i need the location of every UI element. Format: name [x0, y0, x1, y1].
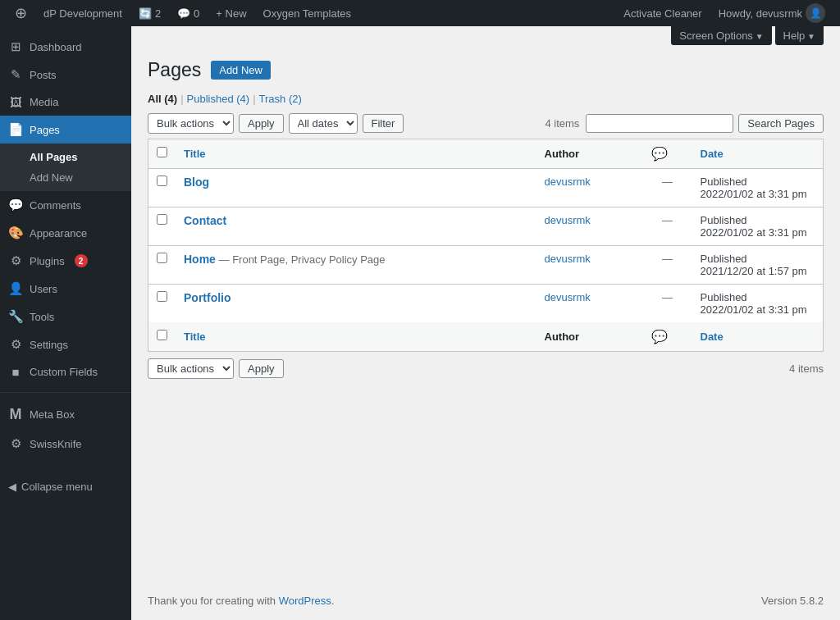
site-name: dP Development [43, 7, 122, 20]
sidebar-item-tools[interactable]: 🔧 Tools [0, 303, 131, 331]
page-title-area: Pages Add New [148, 58, 824, 83]
row-author-home: devusrmk [536, 245, 643, 284]
sidebar-item-plugins[interactable]: ⚙ Plugins 2 [0, 247, 131, 275]
filter-button[interactable]: Filter [363, 114, 404, 133]
pages-submenu: All Pages Add New [0, 144, 131, 191]
table-row: Portfolio devusrmk — Published 2022/01/0… [148, 284, 824, 322]
th-title-link[interactable]: Title [184, 148, 206, 160]
author-link-portfolio[interactable]: devusrmk [545, 291, 591, 303]
footer-left: Thank you for creating with WordPress. [148, 595, 334, 607]
table-footer-row: Title Author 💬 Date [148, 322, 824, 352]
row-select-contact[interactable] [157, 214, 167, 225]
table-row: Blog devusrmk — Published 2022/01/02 at … [148, 168, 824, 207]
row-title-home: Home — Front Page, Privacy Policy Page [176, 245, 536, 284]
sidebar-label-pages: Pages [30, 124, 60, 136]
sidebar-item-media[interactable]: 🖼 Media [0, 89, 131, 116]
search-pages-button[interactable]: Search Pages [738, 114, 824, 133]
filter-published[interactable]: Published (4) [187, 93, 250, 105]
th-date-link[interactable]: Date [701, 148, 724, 160]
row-checkbox-blog [148, 168, 176, 207]
comments-nav-icon: 💬 [8, 198, 23, 212]
collapse-menu-btn[interactable]: ◀ Collapse menu [0, 474, 131, 499]
collapse-icon: ◀ [8, 481, 16, 493]
screen-meta-links: Screen Options Help [671, 26, 824, 45]
row-select-home[interactable] [157, 253, 167, 263]
apply-button-bottom[interactable]: Apply [239, 359, 284, 378]
sidebar-item-meta-box[interactable]: M Meta Box [0, 399, 131, 430]
date-filter-select[interactable]: All dates [289, 113, 358, 134]
add-new-button[interactable]: Add New [211, 61, 271, 80]
row-checkbox-contact [148, 207, 176, 245]
activate-cleaner-item[interactable]: Activate Cleaner [617, 0, 708, 26]
author-link-contact[interactable]: devusrmk [545, 214, 591, 226]
help-btn[interactable]: Help [775, 26, 824, 45]
pages-table: Title Author 💬 Date [148, 139, 824, 352]
screen-options-btn[interactable]: Screen Options [671, 26, 771, 45]
pages-icon: 📄 [8, 122, 23, 137]
dashboard-icon: ⊞ [8, 39, 23, 54]
sidebar-item-settings[interactable]: ⚙ Settings [0, 331, 131, 358]
sidebar-label-plugins: Plugins [30, 255, 65, 267]
sidebar-item-custom-fields[interactable]: ■ Custom Fields [0, 358, 131, 385]
tfoot-comments: 💬 [643, 322, 692, 352]
sidebar-item-add-new[interactable]: Add New [0, 167, 131, 188]
sidebar-item-swiss-knife[interactable]: ⚙ SwissKnife [0, 430, 131, 458]
updates-item[interactable]: 🔄 2 [132, 0, 167, 26]
oxygen-item[interactable]: Oxygen Templates [257, 0, 358, 26]
comment-column-icon-footer: 💬 [651, 330, 668, 344]
row-select-portfolio[interactable] [157, 291, 167, 302]
sidebar-item-users[interactable]: 👤 Users [0, 275, 131, 303]
select-all-checkbox[interactable] [157, 147, 167, 157]
sidebar-item-appearance[interactable]: 🎨 Appearance [0, 219, 131, 247]
sidebar-item-dashboard[interactable]: ⊞ Dashboard [0, 33, 131, 61]
media-icon: 🖼 [8, 95, 23, 109]
row-title-portfolio: Portfolio [176, 284, 536, 322]
sidebar-label-meta-box: Meta Box [30, 408, 75, 421]
th-checkbox [148, 139, 176, 168]
collapse-label: Collapse menu [21, 481, 93, 493]
main-content: Pages Add New All (4) | Published (4) | … [131, 45, 840, 581]
new-item[interactable]: + New [209, 0, 253, 26]
author-link-blog[interactable]: devusrmk [545, 176, 591, 188]
select-all-bottom-checkbox[interactable] [157, 330, 167, 340]
row-comments-blog: — [643, 168, 692, 207]
th-date: Date [692, 139, 824, 168]
items-count-bottom: 4 items [789, 362, 824, 375]
page-link-contact[interactable]: Contact [184, 214, 226, 227]
table-row: Home — Front Page, Privacy Policy Page d… [148, 245, 824, 284]
bulk-action-select-bottom[interactable]: Bulk actions [148, 358, 234, 379]
row-select-blog[interactable] [157, 176, 167, 186]
row-title-contact: Contact [176, 207, 536, 245]
tfoot-title-link[interactable]: Title [184, 331, 206, 343]
sidebar-item-comments[interactable]: 💬 Comments [0, 191, 131, 219]
bulk-action-select[interactable]: Bulk actions [148, 113, 234, 134]
row-comments-contact: — [643, 207, 692, 245]
howdy-item[interactable]: Howdy, devusrmk 👤 [712, 0, 832, 26]
sidebar-label-dashboard: Dashboard [30, 41, 82, 53]
new-label: + New [216, 7, 246, 20]
search-input[interactable] [586, 114, 733, 133]
wordpress-link[interactable]: WordPress. [279, 595, 335, 607]
posts-icon: ✎ [8, 67, 23, 82]
items-count-top: 4 items [545, 117, 579, 130]
row-comments-home: — [643, 245, 692, 284]
wp-logo-item[interactable]: ⊕ [8, 0, 34, 26]
row-date-contact: Published 2022/01/02 at 3:31 pm [692, 207, 824, 245]
page-link-portfolio[interactable]: Portfolio [184, 291, 231, 304]
appearance-icon: 🎨 [8, 226, 23, 240]
tools-icon: 🔧 [8, 309, 23, 324]
meta-box-icon: M [8, 406, 23, 423]
comments-item[interactable]: 💬 0 [171, 0, 206, 26]
sidebar-item-posts[interactable]: ✎ Posts [0, 61, 131, 89]
apply-button-top[interactable]: Apply [239, 114, 284, 133]
site-name-item[interactable]: dP Development [37, 0, 129, 26]
filter-trash[interactable]: Trash (2) [259, 93, 302, 105]
page-link-blog[interactable]: Blog [184, 176, 209, 189]
tfoot-date-link[interactable]: Date [701, 331, 724, 343]
sidebar-item-pages[interactable]: 📄 Pages [0, 116, 131, 144]
author-link-home[interactable]: devusrmk [545, 253, 591, 265]
sidebar-item-all-pages[interactable]: All Pages [0, 147, 131, 167]
filter-all[interactable]: All (4) [148, 93, 177, 105]
sidebar-label-media: Media [30, 96, 58, 108]
page-link-home[interactable]: Home [184, 253, 216, 266]
